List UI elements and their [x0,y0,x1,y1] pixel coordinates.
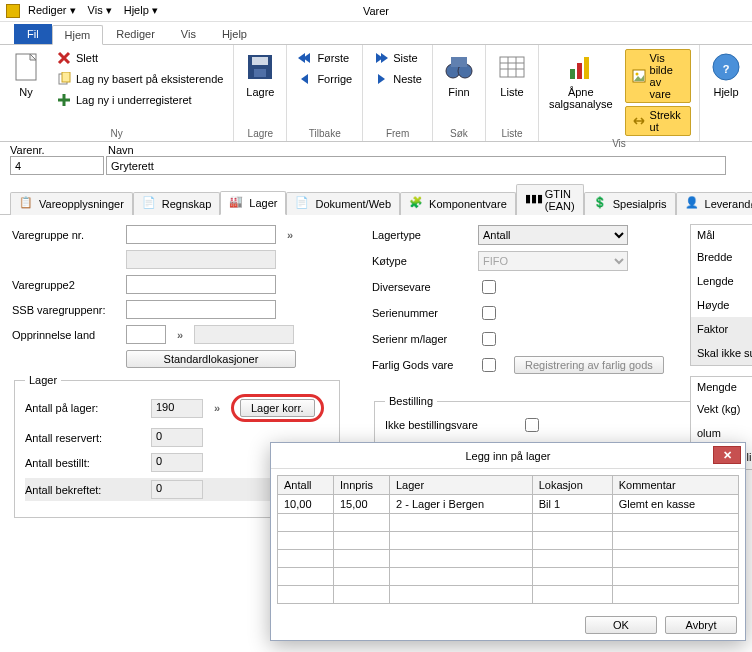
varegruppenr-input[interactable] [126,225,276,244]
lagre-label: Lagre [246,86,274,98]
col-innpris[interactable]: Innpris [334,476,390,495]
table-row[interactable] [278,586,739,604]
table-row[interactable] [278,514,739,532]
ssb-input[interactable] [126,300,276,319]
tab-hjem[interactable]: Hjem [52,25,104,45]
delete-icon [56,50,72,66]
group-title-vis: Vis [547,136,691,151]
group-title-ny: Ny [8,126,225,141]
table-row[interactable] [278,568,739,586]
ribbon-group-ny: Ny Slett Lag ny basert på eksisterende L… [0,45,234,141]
dtab-spesialpris[interactable]: 💲Spesialpris [584,192,676,215]
document-icon: 📄 [295,196,311,212]
standardlokasjoner-button[interactable]: Standardlokasjoner [126,350,296,368]
col-lokasjon[interactable]: Lokasjon [532,476,612,495]
tab-hjelp[interactable]: Hjelp [209,24,260,44]
varegruppe2-input[interactable] [126,275,276,294]
ikke-bestillingsvare-checkbox[interactable] [525,418,539,432]
vis-bilde-button[interactable]: Vis bilde av vare [625,49,691,103]
barcode-icon: ▮▮▮ [525,192,541,208]
col-kommentar[interactable]: Kommentar [612,476,738,495]
hjelp-button[interactable]: ? Hjelp [708,49,744,100]
diversevare-checkbox[interactable] [482,280,496,294]
lag-under-button[interactable]: Lag ny i underregisteret [54,91,225,109]
lookup-vgnr-icon[interactable]: » [282,229,298,241]
forste-label: Første [317,52,349,64]
menu-vis[interactable]: Vis ▾ [84,2,116,19]
svg-rect-8 [451,57,467,67]
neste-button[interactable]: Neste [371,70,424,88]
siste-button[interactable]: Siste [371,49,424,67]
svg-rect-5 [254,69,266,77]
table-row[interactable] [278,532,739,550]
dtab-lager[interactable]: 🏭Lager [220,191,286,215]
lookup-lager-icon[interactable]: » [209,402,225,414]
mal-bredde: Bredde [691,245,752,269]
warehouse-icon: 🏭 [229,195,245,211]
lookup-land-icon[interactable]: » [172,329,188,341]
cell-lager[interactable]: 2 - Lager i Bergen [390,495,533,514]
farlig-gods-checkbox[interactable] [482,358,496,372]
dialog-ok-button[interactable]: OK [585,616,657,634]
dtab-vareopplysninger[interactable]: 📋Vareopplysninger [10,192,133,215]
opprinnelse-input[interactable] [126,325,166,344]
dialog-close-button[interactable]: ✕ [713,446,741,464]
ikke-bestillingsvare-label: Ikke bestillingsvare [385,419,515,431]
lag-basert-label: Lag ny basert på eksisterende [76,73,223,85]
strekk-ut-label: Strekk ut [650,109,684,133]
mal-skal: Skal ikke summe [691,341,752,365]
lagre-button[interactable]: Lagre [242,49,278,100]
cell-kommentar[interactable]: Glemt en kasse [612,495,738,514]
tab-rediger[interactable]: Rediger [103,24,168,44]
forste-button[interactable]: Første [295,49,354,67]
lagertype-select[interactable]: Antall [478,225,628,245]
lag-basert-button[interactable]: Lag ny basert på eksisterende [54,70,225,88]
group-title-frem: Frem [371,126,424,141]
table-row[interactable]: 10,00 15,00 2 - Lager i Bergen Bil 1 Gle… [278,495,739,514]
serienummer-checkbox[interactable] [482,306,496,320]
varenr-input[interactable] [10,156,104,175]
siste-label: Siste [393,52,417,64]
cell-innpris[interactable]: 15,00 [334,495,390,514]
cell-antall[interactable]: 10,00 [278,495,334,514]
dtab-leverandorer[interactable]: 👤Leverandører [676,192,752,215]
serienr-mlager-label: Serienr m/lager [372,333,472,345]
group-title-liste: Liste [494,126,530,141]
finn-button[interactable]: Finn [441,49,477,100]
liste-button[interactable]: Liste [494,49,530,100]
dtab-dokument[interactable]: 📄Dokument/Web [286,192,400,215]
dialog-avbryt-button[interactable]: Avbryt [665,616,737,634]
finn-label: Finn [448,86,469,98]
table-header-row: Antall Innpris Lager Lokasjon Kommentar [278,476,739,495]
forrige-button[interactable]: Forrige [295,70,354,88]
tab-vis[interactable]: Vis [168,24,209,44]
col-antall[interactable]: Antall [278,476,334,495]
save-icon [244,51,276,83]
tab-fil[interactable]: Fil [14,24,52,44]
dtab-gtin[interactable]: ▮▮▮GTIN (EAN) [516,184,584,215]
right-sidebar-partial: Mål Bredde Lengde Høyde Faktor Skal ikke… [690,224,752,470]
ny-button[interactable]: Ny [8,49,44,100]
cell-lokasjon[interactable]: Bil 1 [532,495,612,514]
svg-rect-10 [570,69,575,79]
table-row[interactable] [278,550,739,568]
group-title-sok: Søk [441,126,477,141]
navn-input[interactable] [106,156,726,175]
mengde-vekt: Vekt (kg) [691,397,752,421]
menu-rediger[interactable]: Rediger ▾ [24,2,80,19]
menu-hjelp[interactable]: Hjelp ▾ [120,2,162,19]
prev-icon [297,71,313,87]
dtab-regnskap[interactable]: 📄Regnskap [133,192,221,215]
lager-korr-button[interactable]: Lager korr. [240,399,315,417]
lager-korr-highlight: Lager korr. [231,394,324,422]
apne-salgsanalyse-button[interactable]: Åpne salgsanalyse [547,49,615,112]
mengde-legend: Mengde [691,377,752,397]
dtab-komponentvare[interactable]: 🧩Komponentvare [400,192,516,215]
forrige-label: Forrige [317,73,352,85]
liste-label: Liste [500,86,523,98]
neste-label: Neste [393,73,422,85]
serienr-mlager-checkbox[interactable] [482,332,496,346]
slett-button[interactable]: Slett [54,49,225,67]
strekk-ut-button[interactable]: Strekk ut [625,106,691,136]
col-lager[interactable]: Lager [390,476,533,495]
